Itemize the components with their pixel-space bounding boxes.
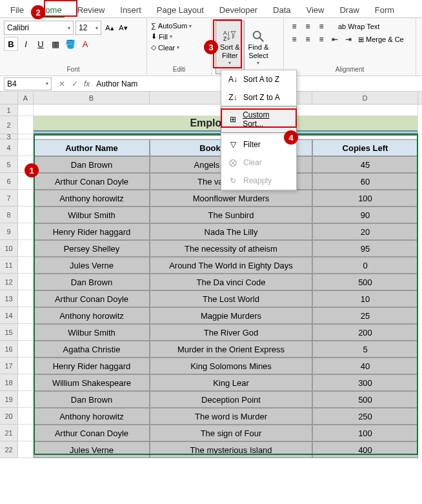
underline-button[interactable]: U [34, 37, 48, 51]
cell[interactable] [18, 441, 34, 458]
cell-author[interactable]: Wilbur Smith [34, 324, 150, 341]
cell[interactable] [18, 358, 34, 374]
cell[interactable] [18, 307, 34, 324]
cell-copies[interactable]: 60 [312, 173, 418, 190]
cell[interactable] [18, 190, 34, 207]
cell-book[interactable]: Magpie Murders [150, 307, 312, 324]
row-header[interactable]: 11 [0, 257, 18, 274]
font-size-select[interactable]: 12▾ [75, 21, 101, 35]
row-header[interactable]: 17 [0, 358, 18, 374]
cell-author[interactable]: Dan Brown [34, 156, 150, 173]
tab-page-layout[interactable]: Page Layout [149, 3, 212, 17]
tab-form[interactable]: Form [367, 3, 402, 17]
cell-book[interactable]: The necessity of atheism [150, 240, 312, 257]
cell-book[interactable]: The sign of Four [150, 425, 312, 441]
font-color-button[interactable]: A [78, 37, 92, 51]
indent-left-icon[interactable]: ⇤ [328, 34, 341, 45]
cell[interactable] [18, 290, 34, 307]
align-left-icon[interactable]: ≡ [288, 34, 301, 45]
cell[interactable] [18, 105, 34, 116]
decrease-font-icon[interactable]: A▾ [117, 21, 130, 35]
tab-draw[interactable]: Draw [332, 3, 367, 17]
clear-button[interactable]: ◇Clear▾ [151, 42, 207, 53]
cell-author[interactable]: Agatha Christie [34, 341, 150, 358]
cell-book[interactable]: The word is Murder [150, 408, 312, 425]
row-header[interactable]: 20 [0, 408, 18, 425]
fx-icon[interactable]: fx [81, 79, 92, 88]
menu-sort-az[interactable]: A↓Sort A to Z [221, 70, 296, 88]
cell[interactable] [18, 207, 34, 223]
cell-copies[interactable]: 500 [312, 274, 418, 290]
cell-author[interactable]: Arthur Conan Doyle [34, 425, 150, 441]
col-header-d[interactable]: D [312, 92, 418, 104]
cell-copies[interactable]: 0 [312, 257, 418, 274]
row-header[interactable]: 10 [0, 240, 18, 257]
row-header[interactable]: 18 [0, 374, 18, 391]
indent-right-icon[interactable]: ⇥ [342, 34, 355, 45]
row-header[interactable]: 7 [0, 190, 18, 207]
cell[interactable] [18, 425, 34, 441]
cell[interactable] [18, 257, 34, 274]
cell-copies[interactable]: 400 [312, 441, 418, 458]
align-middle-icon[interactable]: ≡ [301, 21, 314, 32]
cell[interactable] [18, 274, 34, 290]
cell-book[interactable]: Around The World in Eighty Days [150, 257, 312, 274]
find-select-button[interactable]: Find & Select▾ [245, 21, 273, 74]
tab-review[interactable]: Review [70, 3, 113, 17]
font-name-select[interactable]: Calibri▾ [4, 21, 74, 35]
cell[interactable] [18, 341, 34, 358]
fill-button[interactable]: ⬇Fill▾ [151, 31, 207, 42]
tab-developer[interactable]: Developer [212, 3, 265, 17]
border-button[interactable]: ▦ [48, 37, 63, 51]
cell-copies[interactable]: 10 [312, 290, 418, 307]
cell-author[interactable]: Anthony horowitz [34, 408, 150, 425]
align-bottom-icon[interactable]: ≡ [315, 21, 328, 32]
cancel-icon[interactable]: ✕ [55, 77, 68, 90]
cell-author[interactable]: Dan Brown [34, 391, 150, 408]
fill-color-button[interactable]: 🪣 [63, 37, 77, 51]
cell-copies[interactable]: 90 [312, 207, 418, 223]
tab-view[interactable]: View [299, 3, 332, 17]
cell[interactable] [18, 223, 34, 240]
cell-book[interactable]: The Sunbird [150, 207, 312, 223]
cell-author[interactable]: Dan Brown [34, 274, 150, 290]
cell-copies[interactable]: 25 [312, 307, 418, 324]
cell-author[interactable]: Arthur Conan Doyle [34, 290, 150, 307]
row-header[interactable]: 8 [0, 207, 18, 223]
wrap-text-button[interactable]: abWrap Text [336, 23, 382, 30]
row-header[interactable]: 13 [0, 290, 18, 307]
cell-copies[interactable]: 100 [312, 190, 418, 207]
cell-author[interactable]: Arthur Conan Doyle [34, 173, 150, 190]
row-header[interactable]: 9 [0, 223, 18, 240]
cell-copies[interactable]: 300 [312, 374, 418, 391]
name-box[interactable]: B4▾ [4, 77, 52, 90]
row-header[interactable]: 14 [0, 307, 18, 324]
cell-book[interactable]: The River God [150, 324, 312, 341]
merge-center-button[interactable]: ⊞Merge & Ce [356, 35, 407, 44]
cell-author[interactable]: Jules Verne [34, 257, 150, 274]
row-header[interactable]: 1 [0, 105, 18, 116]
cell[interactable] [18, 134, 34, 139]
row-header[interactable]: 22 [0, 441, 18, 458]
menu-sort-za[interactable]: Z↓Sort Z to A [221, 88, 296, 106]
row-header[interactable]: 6 [0, 173, 18, 190]
cell-book[interactable]: Moonflower Murders [150, 190, 312, 207]
cell-book[interactable]: King Lear [150, 374, 312, 391]
tab-insert[interactable]: Insert [112, 3, 149, 17]
row-header[interactable]: 16 [0, 341, 18, 358]
cell-book[interactable]: Murder in the Orient Express [150, 341, 312, 358]
increase-font-icon[interactable]: A▴ [103, 21, 116, 35]
menu-custom-sort[interactable]: ⊞Custom Sort... [221, 106, 297, 133]
cell[interactable] [18, 139, 34, 156]
row-header[interactable]: 3 [0, 134, 18, 139]
col-header-b[interactable]: B [34, 92, 150, 104]
align-center-icon[interactable]: ≡ [301, 34, 314, 45]
row-header[interactable]: 12 [0, 274, 18, 290]
row-header[interactable]: 5 [0, 156, 18, 173]
confirm-icon[interactable]: ✓ [68, 77, 81, 90]
cell-copies[interactable]: 45 [312, 156, 418, 173]
cell-book[interactable]: Nada The Lilly [150, 223, 312, 240]
cell-copies[interactable]: 500 [312, 391, 418, 408]
align-right-icon[interactable]: ≡ [315, 34, 328, 45]
cell[interactable] [18, 116, 34, 134]
